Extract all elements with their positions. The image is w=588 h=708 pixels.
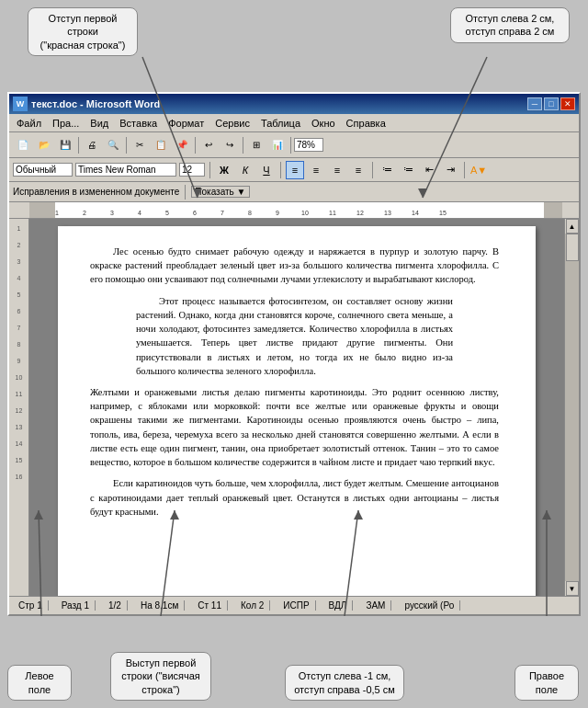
callout-bottom-2-text: Выступ первойстроки ("висячаястрока") [121, 657, 200, 695]
status-track: ИСПР [277, 600, 315, 611]
new-button[interactable]: 📄 [13, 135, 33, 155]
status-language: русский (Ро [399, 600, 460, 611]
status-position: На 8,1см [135, 600, 185, 611]
toolbar-sep-4 [243, 137, 243, 154]
callout-bottom-right-text: Правоеполе [529, 670, 564, 694]
redo-button[interactable]: ↪ [220, 135, 240, 155]
close-button[interactable]: ✕ [560, 97, 575, 110]
font-dropdown[interactable] [75, 163, 176, 177]
menu-bar: Файл Пра... Вид Вставка Формат Сервис Та… [9, 114, 579, 132]
paragraph-1: Лес осенью будто снимает рабочую одежду … [90, 245, 499, 287]
menu-format[interactable]: Формат [163, 117, 209, 130]
callout-bottom-left: Левоеполе [7, 665, 72, 701]
paragraph-2: Этот процесс называется фотосинтезом, он… [136, 294, 453, 378]
status-pages: 1/2 [103, 600, 128, 611]
para4-text: Если каратиноидов чуть больше, чем хлоро… [90, 478, 499, 516]
toolbar-sep-3 [195, 137, 196, 154]
menu-edit[interactable]: Пра... [47, 117, 85, 130]
callout-bottom-left-text: Левоеполе [25, 670, 53, 694]
copy-button[interactable]: 📋 [151, 135, 171, 155]
toolbar-sep-2 [126, 137, 127, 154]
font-size-input[interactable] [179, 163, 205, 177]
word-icon: W [13, 97, 28, 111]
minimize-button[interactable]: ─ [527, 97, 542, 110]
menu-tools[interactable]: Сервис [209, 117, 255, 130]
scrollbar-vertical[interactable]: ▲ ▼ [564, 219, 579, 596]
bold-button[interactable]: Ж [215, 161, 233, 179]
menu-window[interactable]: Окно [306, 117, 341, 130]
format-bar: Ж К Ч ≡ ≡ ≡ ≡ ≔ ≔ ⇤ ⇥ A▼ [9, 158, 579, 182]
scroll-thumb[interactable] [566, 234, 579, 261]
callout-top-left-text: Отступ первой строки("красная строка") [40, 13, 126, 51]
title-bar: W текст.doc - Microsoft Word ─ □ ✕ [9, 94, 579, 114]
maximize-button[interactable]: □ [544, 97, 559, 110]
status-section: Разд 1 [56, 600, 96, 611]
callout-bottom-3: Отступ слева -1 см,отступ справа -0,5 см [285, 665, 404, 701]
status-bar: Стр 1 Разд 1 1/2 На 8,1см Ст 11 Кол 2 ИС… [9, 596, 579, 614]
ruler: 1 2 3 4 5 6 7 8 9 10 11 12 13 14 15 [9, 202, 579, 219]
indent-decrease-button[interactable]: ⇤ [420, 161, 438, 179]
underline-button[interactable]: Ч [257, 161, 276, 179]
content-area: 12345 678910 1112131415 16 Лес осенью бу… [9, 219, 579, 596]
italic-button[interactable]: К [236, 161, 254, 179]
callout-top-right: Отступ слева 2 см,отступ справа 2 см [450, 7, 570, 43]
status-extend: ВДЛ [323, 600, 354, 611]
align-center-button[interactable]: ≡ [307, 161, 325, 179]
align-right-button[interactable]: ≡ [328, 161, 346, 179]
indent-increase-button[interactable]: ⇥ [441, 161, 459, 179]
insert-chart-button[interactable]: 📊 [267, 135, 288, 155]
paragraph-3: Желтыми и оранжевыми листья делаю пигмен… [90, 385, 499, 469]
paste-button[interactable]: 📌 [172, 135, 192, 155]
open-button[interactable]: 📂 [34, 135, 54, 155]
style-dropdown[interactable] [13, 163, 73, 177]
undo-button[interactable]: ↩ [198, 135, 219, 155]
zoom-input[interactable] [294, 138, 323, 152]
page-container[interactable]: Лес осенью будто снимает рабочую одежду … [29, 219, 564, 596]
track-bar: Исправления в измененном документе Показ… [9, 182, 579, 202]
menu-help[interactable]: Справка [341, 117, 391, 130]
insert-table-button[interactable]: ⊞ [246, 135, 266, 155]
status-page: Стр 1 [13, 600, 49, 611]
callout-bottom-right: Правоеполе [514, 665, 579, 701]
paragraph-4: Если каратиноидов чуть больше, чем хлоро… [90, 476, 499, 519]
callout-bottom-3-text: Отступ слева -1 см,отступ справа -0,5 см [294, 670, 395, 694]
side-ruler: 12345 678910 1112131415 16 [9, 219, 29, 596]
para2-text: Этот процесс называется фотосинтезом, он… [136, 296, 453, 376]
ruler-white-area: 1 2 3 4 5 6 7 8 9 10 11 12 13 14 15 [55, 202, 544, 218]
align-justify-button[interactable]: ≡ [349, 161, 368, 179]
document-page: Лес осенью будто снимает рабочую одежду … [58, 226, 536, 596]
word-window: W текст.doc - Microsoft Word ─ □ ✕ Файл … [7, 92, 581, 616]
bullets-button[interactable]: ≔ [378, 161, 396, 179]
toolbar: 📄 📂 💾 🖨 🔍 ✂ 📋 📌 ↩ ↪ ⊞ 📊 [9, 132, 579, 158]
fmt-sep-3 [372, 162, 373, 178]
fmt-sep-4 [464, 162, 465, 178]
print-button[interactable]: 🖨 [82, 135, 102, 155]
numbering-button[interactable]: ≔ [399, 161, 417, 179]
callout-bottom-2: Выступ первойстроки ("висячаястрока") [110, 652, 211, 701]
fmt-sep-1 [209, 162, 210, 178]
ruler-right-margin [544, 202, 562, 218]
status-line: Ст 11 [192, 600, 228, 611]
menu-insert[interactable]: Вставка [114, 117, 163, 130]
save-button[interactable]: 💾 [55, 135, 75, 155]
preview-button[interactable]: 🔍 [103, 135, 123, 155]
show-changes-button[interactable]: Показать ▼ [191, 186, 249, 198]
status-overwrite: ЗАМ [360, 600, 391, 611]
title-text: текст.doc - Microsoft Word [31, 98, 160, 109]
callout-top-left: Отступ первой строки("красная строка") [28, 7, 138, 56]
menu-file[interactable]: Файл [11, 117, 47, 130]
scroll-track[interactable] [565, 234, 579, 581]
callout-top-right-text: Отступ слева 2 см,отступ справа 2 см [466, 13, 555, 37]
scroll-down-button[interactable]: ▼ [566, 581, 579, 596]
menu-view[interactable]: Вид [85, 117, 114, 130]
toolbar-sep-5 [290, 137, 291, 154]
highlight-button[interactable]: A▼ [469, 161, 488, 179]
cut-button[interactable]: ✂ [130, 135, 150, 155]
toolbar-sep-1 [78, 137, 79, 154]
para3-text: Желтыми и оранжевыми листья делаю пигмен… [90, 387, 499, 467]
menu-table[interactable]: Таблица [255, 117, 306, 130]
word-icon-letter: W [17, 99, 25, 108]
scroll-up-button[interactable]: ▲ [566, 219, 579, 234]
align-left-button[interactable]: ≡ [286, 161, 304, 179]
track-label: Исправления в измененном документе [13, 187, 179, 197]
